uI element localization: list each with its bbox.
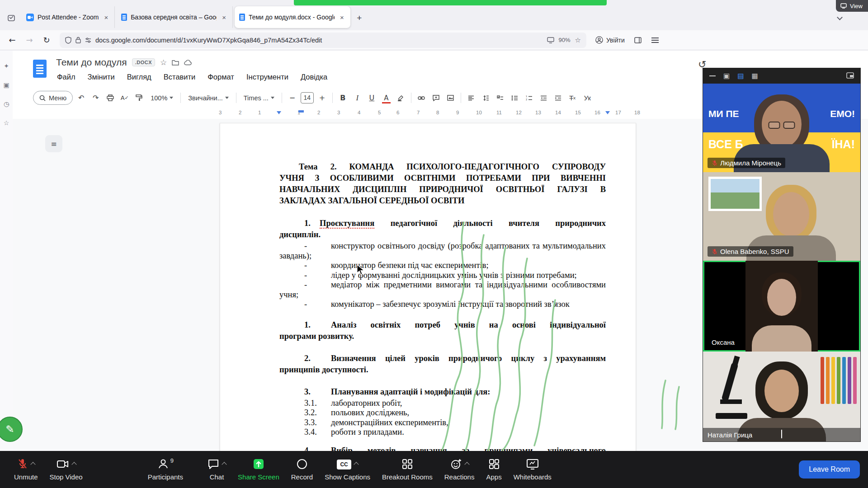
firefox-signin-button[interactable]: Увійти — [592, 36, 628, 44]
show-captions-button[interactable]: CC Show Captions — [319, 458, 376, 481]
unmute-button[interactable]: Unmute — [8, 458, 44, 481]
toolbox-icon[interactable]: ▣ — [3, 81, 9, 89]
chat-options-chevron-icon[interactable] — [222, 462, 226, 467]
highlight-icon[interactable] — [395, 92, 407, 104]
left-indent-marker[interactable] — [277, 111, 281, 114]
participant-video-natalia[interactable]: Наталія Грица — [703, 352, 860, 441]
new-tab-button[interactable]: + — [352, 11, 367, 25]
reactions-options-chevron-icon[interactable] — [464, 462, 469, 467]
tab-doc-temy-active[interactable]: Теми до модуля.docx - Google × — [235, 6, 350, 28]
line-spacing-icon[interactable] — [480, 92, 492, 104]
add-comment-icon[interactable] — [430, 92, 442, 104]
mic-options-chevron-icon[interactable] — [30, 462, 35, 467]
back-button[interactable]: ← — [5, 33, 20, 47]
share-screen-button[interactable]: Share Screen — [232, 458, 285, 481]
tab-close-icon[interactable]: × — [220, 13, 228, 22]
captions-options-chevron-icon[interactable] — [354, 462, 359, 467]
tab-doc-osvita[interactable]: Базова середня освіта – Googl × — [117, 6, 233, 28]
page-zoom-level[interactable]: 90% — [559, 37, 571, 43]
zoom-view-button[interactable]: View — [836, 0, 868, 12]
docs-search-menu-button[interactable]: Меню — [33, 91, 73, 105]
menu-tools[interactable]: Інструменти — [246, 73, 288, 81]
increase-indent-icon[interactable] — [552, 92, 564, 104]
paint-format-icon[interactable] — [133, 92, 145, 104]
sparkle-ai-icon[interactable]: ✦ — [4, 62, 9, 70]
increase-font-icon[interactable]: + — [316, 92, 328, 104]
numbered-list-icon[interactable]: 12 — [523, 92, 535, 104]
grid-view-icon[interactable]: ▦ — [751, 72, 758, 80]
participant-video-liudmyla[interactable]: МИ ПЕЕМО! ВСЕ БЇНА! Людмила Міронець — [703, 84, 860, 172]
menu-file[interactable]: Файл — [57, 73, 75, 81]
participants-button[interactable]: 9 Participants — [142, 458, 189, 481]
cloud-status-icon[interactable] — [184, 60, 192, 66]
stop-video-button[interactable]: Stop Video — [44, 458, 89, 481]
leave-room-button[interactable]: Leave Room — [799, 460, 860, 479]
tab-close-icon[interactable]: × — [102, 13, 110, 22]
gallery-view-icon[interactable]: ▤ — [737, 72, 744, 80]
language-label[interactable]: Ук — [581, 94, 594, 102]
participant-video-olena[interactable]: Olena Babenko, SSPU — [703, 172, 860, 261]
address-bar[interactable]: docs.google.com/document/d/1vxKuryWwD7Xp… — [60, 33, 586, 48]
speaker-view-icon[interactable]: ▣ — [723, 72, 730, 80]
menu-edit[interactable]: Змінити — [88, 73, 115, 81]
redo-icon[interactable]: ↷ — [90, 92, 102, 104]
menu-format[interactable]: Формат — [208, 73, 234, 81]
font-family-select[interactable]: Times ... — [241, 94, 278, 102]
first-line-indent-marker[interactable] — [298, 110, 304, 113]
reactions-button[interactable]: Reactions — [439, 458, 481, 481]
menu-view[interactable]: Вигляд — [127, 73, 151, 81]
bookmarks-star-icon[interactable]: ☆ — [4, 119, 9, 127]
google-docs-logo-icon[interactable] — [33, 60, 47, 78]
insert-image-icon[interactable] — [444, 92, 457, 104]
document-title[interactable]: Теми до модуля — [56, 57, 127, 68]
history-clock-icon[interactable]: ◷ — [4, 100, 9, 108]
chat-icon — [208, 458, 219, 470]
decrease-font-icon[interactable]: − — [286, 92, 298, 104]
document-page[interactable]: Тема 2. КОМАНДА ПСИХОЛОГО-ПЕДАГОГІЧНОГО … — [220, 123, 636, 488]
breakout-rooms-button[interactable]: Breakout Rooms — [376, 458, 439, 481]
right-indent-marker[interactable] — [605, 111, 610, 114]
italic-icon[interactable]: I — [351, 92, 363, 104]
tab-zoom[interactable]: Post Attendee - Zoom × — [22, 6, 115, 28]
text-color-icon[interactable]: A — [380, 92, 392, 104]
zoom-select[interactable]: 100% — [147, 94, 176, 102]
menu-help[interactable]: Довідка — [301, 73, 327, 81]
chat-button[interactable]: Chat — [202, 458, 232, 481]
bookmark-star-icon[interactable]: ☆ — [575, 36, 581, 44]
menu-insert[interactable]: Вставити — [164, 73, 196, 81]
insert-link-icon[interactable] — [415, 92, 428, 104]
tab-close-icon[interactable]: × — [338, 13, 346, 22]
reload-button[interactable]: ↻ — [39, 33, 54, 47]
save-page-icon[interactable] — [547, 37, 554, 43]
popout-panel-icon[interactable] — [846, 72, 854, 80]
video-options-chevron-icon[interactable] — [71, 462, 76, 467]
minimize-panel-icon[interactable] — [709, 75, 716, 76]
forward-button[interactable]: → — [22, 33, 37, 47]
collapse-videos-chevron-icon[interactable] — [781, 430, 782, 437]
document-outline-icon[interactable]: ≡ — [45, 135, 62, 152]
bold-icon[interactable]: B — [337, 92, 349, 104]
decrease-indent-icon[interactable] — [538, 92, 550, 104]
font-size-input[interactable]: 14 — [301, 92, 314, 103]
paragraph-style-select[interactable]: Звичайни... — [185, 94, 231, 102]
site-permissions-icon[interactable] — [85, 38, 91, 43]
clear-formatting-icon[interactable]: Tx — [566, 92, 579, 104]
spellcheck-icon[interactable]: A✓ — [118, 92, 131, 104]
whiteboards-button[interactable]: Whiteboards — [508, 458, 557, 481]
sidebar-panel-icon[interactable] — [630, 33, 646, 47]
list-all-tabs-chevron-icon[interactable] — [832, 10, 847, 26]
align-left-icon[interactable] — [465, 92, 477, 104]
firefox-view-icon[interactable] — [4, 10, 19, 26]
screen-sharing-indicator-bar[interactable] — [294, 0, 607, 5]
record-button[interactable]: Record — [285, 458, 319, 481]
move-folder-icon[interactable] — [172, 60, 179, 66]
checklist-icon[interactable] — [494, 92, 506, 104]
apps-button[interactable]: Apps — [480, 458, 507, 481]
print-icon[interactable] — [104, 92, 116, 104]
underline-icon[interactable]: U — [366, 92, 378, 104]
app-menu-icon[interactable] — [647, 33, 663, 47]
bulleted-list-icon[interactable] — [509, 92, 521, 104]
participant-video-oksana[interactable]: Оксана — [703, 261, 860, 352]
undo-icon[interactable]: ↶ — [75, 92, 87, 104]
star-document-icon[interactable]: ☆ — [160, 58, 167, 67]
